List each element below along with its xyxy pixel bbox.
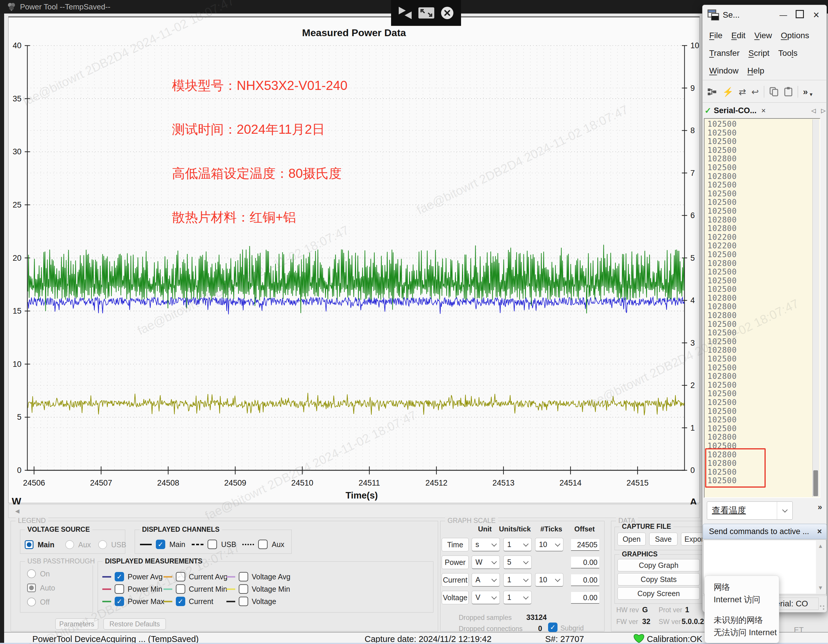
terminal-scrollbar[interactable] [812, 119, 819, 497]
scroll-up-icon[interactable]: ▲ [818, 543, 823, 549]
radio-voltage-main[interactable]: Main [25, 540, 54, 550]
ticks-select[interactable]: 10 [535, 538, 563, 552]
channel-main[interactable]: ✓Main [140, 539, 185, 550]
channel-usb[interactable]: USB [192, 539, 236, 550]
quick-connect-icon[interactable]: ⚡ [723, 87, 733, 97]
scroll-left-icon[interactable]: ◄ [14, 507, 21, 515]
offset-field[interactable]: 24505 [571, 539, 599, 551]
radio-icon[interactable] [25, 540, 33, 549]
checkbox-icon[interactable]: ✓ [114, 597, 124, 606]
combo-more-icon[interactable]: » [818, 503, 822, 512]
radio-usb-auto[interactable]: Auto [27, 583, 55, 592]
measure-power-avg[interactable]: ✓Power Avg [102, 571, 163, 582]
checkbox-icon[interactable] [208, 540, 217, 549]
command-scrollbar[interactable]: ▲ ▼ [816, 541, 825, 594]
minimize-icon[interactable]: — [775, 11, 792, 20]
radio-usb-on[interactable]: On [27, 569, 50, 578]
radio-icon[interactable] [98, 540, 107, 549]
chart-horizontal-scrollbar[interactable]: ◄ [8, 505, 700, 518]
measure-current-min[interactable]: Current Min [163, 584, 227, 594]
unit-select[interactable]: W [472, 556, 500, 569]
radio-voltage-usb[interactable]: USB [98, 540, 126, 550]
close-overlay-icon[interactable] [441, 6, 454, 20]
radio-usb-off[interactable]: Off [27, 597, 50, 607]
fullscreen-icon[interactable] [418, 7, 434, 19]
menu-options[interactable]: Options [781, 31, 809, 40]
measure-voltage[interactable]: Voltage [226, 596, 276, 607]
resize-grip[interactable] [819, 605, 825, 611]
measure-voltage-avg[interactable]: Voltage Avg [226, 571, 290, 582]
toolbar-overflow-icon[interactable]: ▼ [809, 92, 813, 97]
checkbox-icon[interactable]: ✓ [114, 572, 124, 581]
menu-edit[interactable]: Edit [731, 31, 745, 40]
units-per-tick-select[interactable]: 5 [503, 556, 532, 569]
close-window-icon[interactable]: × [808, 9, 825, 21]
menu-help[interactable]: Help [747, 66, 764, 75]
radio-icon[interactable] [65, 540, 74, 549]
subgrid-checkbox[interactable]: ✓ [548, 622, 557, 632]
menu-transfer[interactable]: Transfer [709, 49, 740, 58]
checkbox-icon[interactable] [239, 584, 248, 594]
reconnect-icon[interactable]: ⇄ [739, 87, 746, 97]
units-per-tick-select[interactable]: 1 [503, 538, 532, 552]
ticks-select[interactable]: 10 [535, 573, 563, 587]
session-manager-icon[interactable] [707, 87, 717, 97]
radio-icon[interactable] [27, 569, 36, 578]
offset-field[interactable]: 0.00 [571, 574, 599, 586]
send-bar-close-icon[interactable]: × [817, 527, 822, 536]
checkbox-icon[interactable] [176, 584, 185, 594]
units-per-tick-select[interactable]: 1 [503, 591, 532, 604]
radio-voltage-aux[interactable]: Aux [65, 540, 91, 550]
terminal-line: 102500 [707, 137, 737, 146]
button-copy-graph[interactable]: Copy Graph [618, 559, 700, 571]
offset-field[interactable]: 0.00 [571, 557, 599, 569]
unit-select[interactable]: V [472, 591, 500, 604]
checkbox-icon[interactable] [239, 597, 248, 606]
combo-dropdown[interactable] [777, 502, 792, 519]
button-save[interactable]: Save [649, 533, 677, 545]
menu-tools[interactable]: Tools [778, 49, 797, 58]
measure-voltage-min[interactable]: Voltage Min [226, 584, 290, 594]
measure-current-avg[interactable]: Current Avg [163, 571, 227, 582]
maximize-icon[interactable] [792, 10, 808, 20]
scrollbar-thumb[interactable] [813, 470, 818, 496]
send-commands-bar[interactable]: Send commands to active ... × [703, 524, 827, 539]
menu-script[interactable]: Script [748, 49, 770, 58]
button-restore-defaults[interactable]: Restore Defaults [104, 619, 166, 630]
tab-close-icon[interactable]: × [761, 106, 766, 115]
checkbox-icon[interactable] [176, 572, 185, 581]
paste-icon[interactable] [784, 87, 793, 97]
button-parameters[interactable]: Parameters [55, 619, 98, 630]
session-tab[interactable]: Serial-CO... [714, 106, 757, 115]
checkbox-icon[interactable] [258, 540, 268, 549]
scroll-down-icon[interactable]: ▼ [818, 584, 823, 591]
radio-icon[interactable] [27, 597, 36, 606]
checkbox-icon[interactable] [239, 572, 248, 581]
terminal-output[interactable]: 1025001025001025001025001028001025001028… [704, 118, 820, 498]
button-copy-screen[interactable]: Copy Screen [618, 587, 700, 600]
channel-aux[interactable]: Aux [242, 539, 284, 550]
button-copy-stats[interactable]: Copy Stats [618, 573, 700, 586]
button-open[interactable]: Open [618, 533, 646, 545]
checkbox-icon[interactable] [114, 584, 124, 594]
presenter-swap-icon[interactable] [398, 6, 412, 20]
measure-current[interactable]: ✓Current [163, 596, 213, 607]
temperature-command-combobox[interactable]: 查看温度 [707, 501, 793, 520]
menu-file[interactable]: File [709, 31, 723, 40]
copy-icon[interactable] [769, 87, 779, 97]
menu-view[interactable]: View [754, 31, 772, 40]
measure-power-min[interactable]: Power Min [102, 584, 162, 594]
offset-field[interactable]: 0.00 [571, 592, 599, 604]
units-per-tick-select[interactable]: 1 [503, 573, 532, 587]
tab-prev-icon[interactable]: ◁ [811, 107, 815, 114]
disconnect-icon[interactable]: ↩ [751, 87, 759, 97]
toolbar-more-icon[interactable]: » [803, 87, 808, 97]
checkbox-icon[interactable]: ✓ [156, 540, 165, 549]
measure-power-max[interactable]: ✓Power Max [102, 596, 165, 607]
tab-next-icon[interactable]: ▷ [821, 107, 826, 114]
checkbox-icon[interactable]: ✓ [176, 597, 185, 606]
radio-icon[interactable] [27, 583, 36, 592]
unit-select[interactable]: s [472, 538, 500, 552]
unit-select[interactable]: A [472, 573, 500, 587]
menu-window[interactable]: Window [709, 66, 739, 75]
